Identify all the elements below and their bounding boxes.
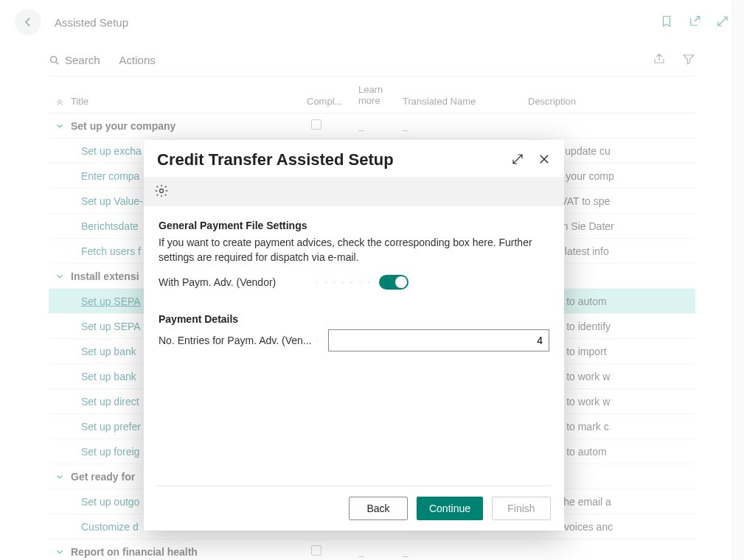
close-icon[interactable] [538,153,551,168]
dialog-expand-icon[interactable] [511,153,524,168]
gear-icon[interactable] [154,183,169,200]
field-dots: · · · · · · · [316,279,372,287]
field-dots: · [316,337,321,345]
toggle-label: With Paym. Adv. (Vendor) [159,276,313,288]
dialog-title: Credit Transfer Assisted Setup [157,150,394,169]
finish-button: Finish [492,497,551,520]
credit-transfer-dialog: Credit Transfer Assisted Setup General P… [144,140,564,531]
payment-details-heading: Payment Details [159,313,549,325]
entries-input[interactable] [328,329,549,351]
entries-label: No. Entries for Paym. Adv. (Ven... [159,335,313,346]
svg-point-1 [160,189,164,192]
back-button[interactable]: Back [349,497,408,520]
paym-adv-vendor-toggle[interactable] [379,275,408,290]
continue-button[interactable]: Continue [417,497,483,520]
general-settings-heading: General Payment File Settings [159,220,549,231]
general-settings-text: If you want to create payment advices, c… [159,236,549,265]
